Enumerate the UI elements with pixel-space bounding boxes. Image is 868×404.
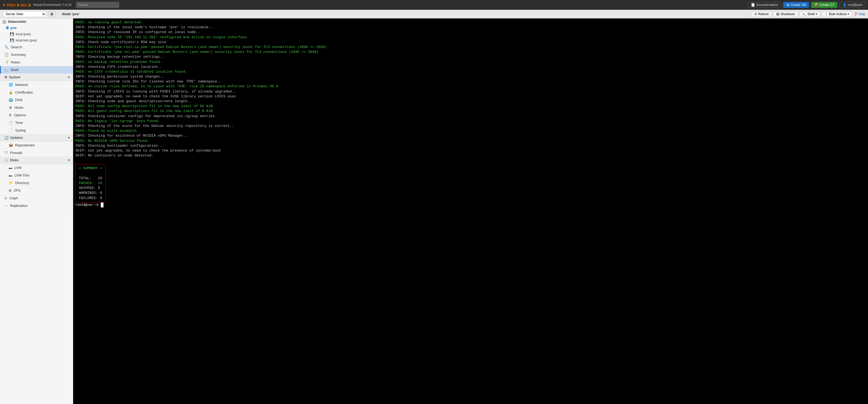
- zfs-icon: ⊞: [9, 189, 12, 193]
- doc-icon: 📄: [751, 3, 755, 7]
- sidebar-item-local-lvm[interactable]: 💾 local-lvm (pve): [0, 37, 73, 44]
- server-view-select[interactable]: Server View: [3, 11, 46, 17]
- dns-icon: 🌍: [9, 98, 13, 102]
- pve-icon: 🖥: [5, 26, 9, 30]
- cert-icon: 🔒: [9, 90, 13, 94]
- global-search-input[interactable]: [76, 2, 119, 8]
- summary-passed: PASSED: 24: [79, 181, 102, 186]
- terminal-line: INFO: Checking backup retention settings…: [75, 55, 866, 59]
- nav-item-summary[interactable]: 📋 Summary: [0, 51, 73, 59]
- datacenter-icon: 🏢: [2, 20, 6, 24]
- sidebar: 🏢 Datacenter 🖥 pve 💾 local (pve) 💾 local…: [0, 19, 73, 404]
- nav-item-zfs[interactable]: ⊞ ZFS: [0, 187, 73, 194]
- summary-box: = SUMMARY =TOTAL: 29PASSED: 24SKIPPED: 5…: [75, 164, 106, 202]
- updates-section-icon: 🔄: [4, 136, 8, 140]
- create-vm-button[interactable]: 🖥 Create VM: [783, 2, 809, 8]
- lvm-icon: 💾: [10, 38, 14, 42]
- main-layout: 🏢 Datacenter 🖥 pve 💾 local (pve) 💾 local…: [0, 19, 868, 404]
- nav-item-network[interactable]: 🌐 Network: [0, 81, 73, 89]
- terminal-line: INFO: Checking permission system changes…: [75, 74, 866, 79]
- terminal-line: INFO: Checking for existence of NVIDIA v…: [75, 134, 866, 138]
- logo-icon: ✕: [2, 2, 6, 8]
- nav-item-certificates[interactable]: 🔒 Certificates: [0, 89, 73, 96]
- terminal-line: INFO: Checking custom role IDs for clash…: [75, 79, 866, 84]
- reboot-icon: ↺: [754, 12, 757, 16]
- shell-icon: >_: [803, 12, 806, 16]
- terminal-line: SKIP: No containers on node detected.: [75, 153, 866, 158]
- terminal-line: INFO: Checking if the suite for the Debi…: [75, 124, 866, 128]
- logo-text-prox: PRO: [7, 3, 16, 7]
- summary-total: TOTAL: 29: [79, 176, 102, 181]
- terminal-line: PASS: No NVIDIA vGPU Service found.: [75, 139, 866, 143]
- proxmox-logo: ✕ PROXMOX Virtual Environment 7.4-16: [2, 2, 71, 8]
- lvm-nav-icon: ▬: [9, 166, 12, 170]
- node-title: Node 'pve': [62, 12, 80, 16]
- shell-button[interactable]: >_ Shell ▾: [800, 11, 820, 17]
- summary-skipped: SKIPPED: 5: [79, 186, 102, 191]
- disks-section-icon: 💿: [4, 158, 8, 162]
- bulk-actions-button[interactable]: ⋮ Bulk Actions ▾: [822, 11, 852, 17]
- terminal-line: PASS: All node config descriptions fit i…: [75, 104, 866, 109]
- nav-item-repositories[interactable]: 📦 Repositories: [0, 142, 73, 149]
- help-button[interactable]: ❓ Help: [854, 12, 865, 16]
- help-icon: ❓: [854, 12, 858, 16]
- vm-icon: 🖥: [786, 3, 789, 7]
- nav-item-ceph[interactable]: ⊙ Ceph: [0, 194, 73, 202]
- terminal-line: SKIP: not yet upgraded, no need to check…: [75, 94, 866, 99]
- terminal-line: PASS: no custom roles defined, so no cla…: [75, 84, 866, 89]
- terminal[interactable]: PASS: no running guest detected.INFO: Ch…: [73, 19, 868, 404]
- network-icon: 🌐: [9, 83, 13, 87]
- options-icon: ⚙: [9, 113, 12, 117]
- menu-icon: ⋮: [825, 12, 828, 16]
- shell-nav-icon: >_: [4, 68, 8, 72]
- reboot-button[interactable]: ↺ Reboot: [751, 11, 772, 17]
- sidebar-item-pve[interactable]: 🖥 pve: [0, 25, 73, 31]
- terminal-line: PASS: found no suite mismatch: [75, 128, 866, 134]
- directory-icon: 📁: [9, 181, 13, 185]
- nav-item-directory[interactable]: 📁 Directory: [0, 179, 73, 187]
- summary-warnings: WARNINGS: 0: [79, 191, 102, 196]
- nav-item-dns[interactable]: 🌍 DNS: [0, 96, 73, 104]
- nav-item-replication[interactable]: ↔ Replication: [0, 202, 73, 210]
- summary-icon: 📋: [4, 53, 9, 57]
- user-icon: 👤: [842, 3, 846, 7]
- nav-item-hosts[interactable]: 🖥 Hosts: [0, 104, 73, 111]
- settings-button[interactable]: ⚙: [48, 11, 56, 17]
- nav-item-syslog[interactable]: 📄 Syslog: [0, 126, 73, 134]
- nav-item-firewall[interactable]: 🛡 Firewall: [0, 149, 73, 157]
- hosts-icon: 🖥: [9, 106, 12, 110]
- terminal-line: INFO: checking CIFS credential location.…: [75, 64, 866, 69]
- replication-icon: ↔: [4, 204, 8, 208]
- nav-item-notes[interactable]: 📝 Notes: [0, 59, 73, 66]
- create-ct-button[interactable]: 📦 Create CT: [811, 2, 837, 8]
- terminal-line: PASS: no running guest detected.: [75, 20, 866, 25]
- nav-item-time[interactable]: 🕐 Time: [0, 119, 73, 126]
- nav-section-system[interactable]: ⚙ System ▾: [0, 74, 73, 81]
- nav-item-lvm[interactable]: ▬ LVM: [0, 164, 73, 172]
- action-buttons: ↺ Reboot ⏻ Shutdown >_ Shell ▾ ⋮ Bulk Ac…: [751, 11, 865, 17]
- documentation-button[interactable]: 📄 Documentation: [748, 2, 781, 8]
- storage-icon: 💾: [10, 32, 14, 36]
- shutdown-button[interactable]: ⏻ Shutdown: [773, 11, 798, 17]
- nav-section-disks[interactable]: 💿 Disks ▾: [0, 157, 73, 164]
- user-menu-button[interactable]: 👤 root@pam: [840, 2, 866, 8]
- firewall-icon: 🛡: [4, 151, 8, 155]
- nav-item-shell[interactable]: >_ Shell: [0, 66, 73, 74]
- disks-expand-icon: ▾: [68, 158, 70, 162]
- terminal-line: PASS: Resolved node IP '192.168.11.202' …: [75, 35, 866, 40]
- sidebar-item-datacenter[interactable]: 🏢 Datacenter: [0, 19, 73, 25]
- nav-item-lvm-thin[interactable]: ▬ LVM-Thin: [0, 172, 73, 179]
- notes-icon: 📝: [4, 60, 9, 64]
- logo-text-x: X: [17, 3, 20, 7]
- sidebar-item-local[interactable]: 💾 local (pve): [0, 31, 73, 37]
- nav-item-options[interactable]: ⚙ Options: [0, 111, 73, 119]
- nav-item-search[interactable]: 🔍 Search: [0, 44, 73, 51]
- terminal-line: PASS: All guest config descriptions fit …: [75, 109, 866, 114]
- nav-section-updates[interactable]: 🔄 Updates ▾: [0, 134, 73, 142]
- lvm-thin-icon: ▬: [9, 173, 12, 177]
- version-label: Virtual Environment 7.4-16: [33, 3, 71, 7]
- terminal-line: PASS: Certificate 'pve-ssl.pem' passed D…: [75, 50, 866, 55]
- shell-dropdown-icon: ▾: [816, 12, 817, 16]
- terminal-line: INFO: Check node certificate's RSA key s…: [75, 40, 866, 45]
- system-expand-icon: ▾: [68, 76, 70, 79]
